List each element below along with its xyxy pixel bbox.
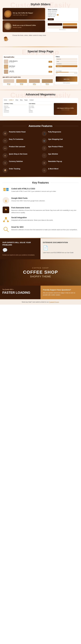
- svg-line-13: [4, 219, 6, 220]
- experts-text: Contact our experts & solve your problem…: [2, 254, 38, 256]
- svg-rect-3: [4, 40, 7, 41]
- feature-icon-quickshop: ⊕: [3, 153, 8, 158]
- feature-item-5: ● ● Product Owl carousel: [3, 146, 39, 151]
- feature-icon-wishlist: ♡: [42, 153, 47, 158]
- feature-item-3: ✂ Easy To Customize: [3, 138, 39, 143]
- docs-heading: EXTENSIVE Documentation: [43, 241, 79, 244]
- fontawesome-desc: Awesome collection of icons from font aw…: [11, 209, 78, 214]
- slide1-subtext: Order fresh coffee right now: [13, 14, 33, 16]
- feature-icon-filters: ▽: [42, 146, 47, 151]
- support-panel: Friendly Support Have Questions? Ask you…: [40, 286, 81, 299]
- key-feature-html: HTML 5 CSS 3 Coded with HTML5 & CSS3 Cod…: [3, 188, 78, 194]
- product-card-4: Brew D Rs.190: [41, 78, 53, 86]
- shop-item-row-2: Dark Roast Rs. 350.00 Add: [4, 64, 52, 69]
- feature-item-11: 📦 Order Tracking: [3, 168, 39, 173]
- social-icon: [3, 216, 9, 223]
- slide2-headline: Build you a cup of Almond Coffee: [13, 24, 36, 26]
- fontawesome-icon: ⚑: [3, 206, 9, 213]
- megamenu-col-1: COFFEE TYPES Espresso Cappuccino Latte C…: [4, 103, 27, 115]
- slide2-subtext: Premium Quality: [13, 27, 36, 28]
- feature-icon-admin: ⚙: [3, 131, 8, 136]
- add-to-cart-2[interactable]: Add: [49, 66, 52, 68]
- feature-icon-customize: ✂: [3, 138, 8, 143]
- filter-tag-1[interactable]: Espresso: [56, 58, 77, 60]
- key-features-title: Key Features: [32, 181, 49, 184]
- slide1-headline: Get up, Get Coffee Be Happy!: [13, 12, 33, 14]
- add-to-cart-3[interactable]: Add: [49, 71, 52, 72]
- banner-content: COFFEE SHOP COFFEE SHOP Shopify Theme: [23, 267, 58, 278]
- feature-icon-responsive: 📱: [42, 131, 47, 136]
- add-to-cart-1[interactable]: Add: [49, 61, 52, 62]
- seo-main-title: FASTER LOADING: [2, 291, 38, 294]
- menu-link-7[interactable]: Iced Coffee: [29, 107, 52, 108]
- menu-link-6[interactable]: Hot Coffee: [29, 106, 52, 107]
- feature-item-4: 🛒 Ajax Shopping Cart: [42, 138, 78, 143]
- menu-link-5[interactable]: Americano: [4, 111, 27, 112]
- key-feature-google: g Google Web Fonts Choose from 800+ font…: [3, 197, 78, 204]
- banner-main-title: COFFEE SHOP: [23, 270, 58, 275]
- controls-update-button[interactable]: Update: [48, 18, 54, 20]
- product-card-2: Roast B Rs.350: [15, 78, 28, 86]
- easy-shop-title: Special Shop Page: [3, 50, 78, 53]
- nav-blog[interactable]: Blog: [20, 99, 22, 101]
- menu-link-1[interactable]: Espresso: [4, 106, 27, 107]
- svg-point-11: [3, 220, 5, 222]
- nav-home[interactable]: Home: [4, 99, 7, 101]
- fontawesome-title: Font-Awesome Icons: [11, 206, 78, 209]
- coffee-shop-banner: COFFEE SHOP COFFEE SHOP Shopify Theme: [0, 259, 81, 286]
- chat-icon: 💬: [2, 248, 38, 253]
- filter-tag-2[interactable]: Latte: [56, 60, 77, 62]
- feature-icon-newsletter: ✉: [42, 160, 47, 166]
- svg-line-16: [7, 230, 8, 232]
- nav-shop[interactable]: Shop: [15, 99, 18, 101]
- megamenu-nav: Home Coffee ▾ Shop Blog Pages Contact: [4, 99, 77, 102]
- support-text: Ask your question and we are happy to he…: [43, 292, 79, 296]
- google-title: Google Web Fonts: [11, 197, 45, 199]
- svg-text:5: 5: [3, 190, 4, 191]
- feature-icon-currency: ¥: [3, 160, 8, 166]
- menu-link-4[interactable]: Cold Brew: [4, 110, 27, 111]
- key-features-line-left: [3, 182, 30, 183]
- menu-link-2[interactable]: Cappuccino: [4, 107, 27, 108]
- support-forum-link[interactable]: Support Forum: [49, 301, 59, 303]
- nav-coffee[interactable]: Coffee ▾: [9, 99, 14, 101]
- megamenu-col-2: OUR MENU Hot Coffee Iced Coffee Tea Past…: [29, 103, 52, 115]
- menu-link-8[interactable]: Tea: [29, 108, 52, 110]
- menu-link-9[interactable]: Pastries: [29, 110, 52, 111]
- nav-contact[interactable]: Contact: [29, 99, 34, 101]
- theme-preview-card: Color Swatches: [46, 22, 78, 32]
- social-title: Social Integration: [11, 216, 53, 218]
- html-title: Coded with HTML5 & CSS3: [11, 188, 56, 190]
- experts-docs-container: OUR EXPERTS WILL solve your problems 💬 C…: [0, 238, 81, 259]
- page-footer: Need any help? Just submit a ticket to o…: [0, 299, 81, 304]
- banner-subtitle: Shopify Theme: [23, 275, 58, 278]
- feature-item-12: ☺ & Much More!: [42, 168, 78, 173]
- google-desc: Choose from 800+ fonts from google fonts…: [11, 200, 45, 202]
- menu-link-3[interactable]: Latte: [4, 108, 27, 110]
- filter-tag-4[interactable]: Cappuccino: [56, 65, 77, 67]
- stylish-sliders-title: Stylish Sliders: [3, 3, 78, 6]
- feature-item-7: ⊕ Quick Shop & Owl Zoom: [3, 153, 39, 158]
- feature-icon-tracking: 📦: [3, 168, 8, 173]
- product-card-3: Latte C Rs.280: [28, 78, 40, 86]
- coffee-cups-icon: [3, 34, 10, 43]
- key-features-section: Key Features HTML 5 CSS 3 Coded with HTM…: [0, 177, 81, 238]
- support-title: Friendly Support Have Questions?: [43, 289, 79, 291]
- stylish-sliders-section: Customize Easily Stylish Sliders Get up,…: [0, 0, 81, 47]
- megamenu-col-3: Cafe Happen Delicious Coffee Fresh & Aro…: [54, 103, 77, 115]
- filter-tag-3[interactable]: Cold Brew: [56, 63, 77, 65]
- svg-point-2: [4, 37, 7, 38]
- html5-icon: HTML 5 CSS 3: [3, 188, 9, 194]
- seo-desc: Awesome collection of icons from font aw…: [11, 228, 77, 231]
- slider-description-text: Choose the fonts, colors, slider control…: [12, 34, 46, 37]
- nav-pages[interactable]: Pages: [24, 99, 28, 101]
- docs-text: Learn how to use KOLD BREW from our User…: [43, 252, 79, 254]
- key-features-line-right: [51, 182, 78, 183]
- html-desc: Coded with HTML 5 and CSS 3 your website…: [11, 190, 56, 192]
- menu-link-10[interactable]: Specials: [29, 111, 52, 112]
- awesome-features-section: Awesome Features ⚙ Powerful Admin Panel …: [0, 120, 81, 177]
- ctrl-option-1: Change slide delay: [48, 11, 77, 12]
- experts-panel: OUR EXPERTS WILL solve your problems 💬 C…: [0, 238, 40, 259]
- seo-panel: Top Quality SEO + FASTER LOADING: [0, 286, 40, 299]
- key-feature-social: Social Integration Integrated with all s…: [3, 216, 78, 223]
